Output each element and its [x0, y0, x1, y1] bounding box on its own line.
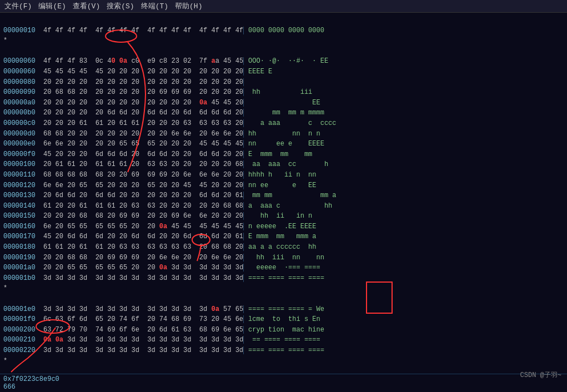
hex-line-c0: 000000c0 20 20 20 61 61 20 61 61 20 20 2… — [3, 119, 337, 127]
hex-line-110: 00000110 68 68 68 68 68 20 20 69 69 69 2… — [3, 171, 317, 179]
hex-line-f0: 000000f0 45 20 20 20 6d 6d 6d 20 6d 6d 2… — [3, 150, 312, 158]
hex-line-80: 00000080 20 20 20 20 20 20 20 20 20 20 2… — [3, 78, 248, 86]
hex-line-d0: 000000d0 68 68 20 20 20 20 20 20 20 20 6… — [3, 130, 320, 138]
menu-help[interactable]: 帮助(H) — [175, 1, 202, 11]
menu-view[interactable]: 查看(V) — [73, 1, 100, 11]
bottom-address: 0x7f0223c8e9c0 — [3, 375, 59, 383]
hex-line-1a0: 000001a0 20 20 65 65 65 65 65 20 20 0a 3… — [3, 264, 320, 272]
hex-line-60: 00000060 4f 4f 4f 83 0c 40 0a c0 e9 c8 2… — [3, 57, 328, 65]
hex-line-1f0: 000001f0 6c 63 6f 6d 65 20 74 6f 20 74 6… — [3, 315, 320, 323]
hex-line-60b: 00000060 45 45 45 45 45 20 20 20 20 20 2… — [3, 68, 272, 76]
hex-line-130: 00000130 20 6d 6d 20 6d 6d 20 20 20 20 2… — [3, 192, 337, 199]
star-3: * — [3, 357, 7, 365]
menubar: 文件(F) 编辑(E) 查看(V) 搜索(S) 终端(T) 帮助(H) — [0, 0, 567, 13]
hex-display: 00000010 4f 4f 4f 4f 4f 4f 4f 4f 4f 4f 4… — [0, 13, 567, 374]
hex-line-e0: 000000e0 6e 6e 20 20 20 20 65 65 65 20 2… — [3, 140, 324, 148]
hex-line-120: 00000120 6e 6e 20 65 65 20 20 20 65 20 2… — [3, 182, 317, 189]
hex-line-160: 00000160 6e 20 65 65 65 65 65 20 20 0a 4… — [3, 223, 317, 230]
hex-line-1e0: 000001e0 3d 3d 3d 3d 3d 3d 3d 3d 3d 3d 3… — [3, 305, 324, 313]
hex-line-1: 00000010 4f 4f 4f 4f 4f 4f 4f 4f 4f 4f 4… — [3, 27, 324, 34]
hex-line-100: 00000100 20 61 61 20 61 61 61 20 63 63 2… — [3, 160, 328, 168]
watermark-label: CSDN @子羽~ — [520, 370, 561, 380]
hex-line-a0: 000000a0 20 20 20 20 20 20 20 20 20 20 2… — [3, 99, 320, 107]
star-2: * — [3, 284, 7, 292]
hex-line-200: 00000200 63 72 79 70 74 69 6f 6e 20 6d 6… — [3, 326, 324, 334]
star-1: * — [3, 37, 7, 44]
hex-line-190: 00000190 20 20 68 68 20 69 69 69 20 6e 6… — [3, 254, 324, 262]
hex-line-170: 00000170 45 20 6d 6d 6d 20 20 6d 6d 20 2… — [3, 233, 317, 240]
hex-line-b0: 000000b0 20 20 20 20 20 6d 6d 20 6d 6d 2… — [3, 109, 324, 117]
hex-line-210: 00000210 0a 0a 3d 3d 3d 3d 3d 3d 3d 3d 3… — [3, 336, 320, 344]
menu-file[interactable]: 文件(F) — [4, 1, 32, 11]
hex-line-150: 00000150 20 20 20 68 68 20 69 69 20 20 6… — [3, 212, 312, 220]
bottom-status: 0x7f0223c8e9c0 666 — [0, 374, 567, 392]
menu-search[interactable]: 搜索(S) — [107, 1, 134, 11]
menu-edit[interactable]: 编辑(E) — [38, 1, 66, 11]
hex-line-180: 00000180 61 61 20 61 61 20 63 63 63 63 6… — [3, 243, 317, 251]
hex-line-220: 00000220 3d 3d 3d 3d 3d 3d 3d 3d 3d 3d 3… — [3, 346, 324, 354]
hex-line-90: 00000090 20 68 68 20 20 20 20 20 20 69 6… — [3, 88, 312, 96]
hex-line-1b0: 000001b0 3d 3d 3d 3d 3d 3d 3d 3d 3d 3d 3… — [3, 274, 324, 282]
menu-terminal[interactable]: 终端(T) — [141, 1, 168, 11]
bottom-value: 666 — [3, 383, 16, 391]
hex-line-140: 00000140 61 20 20 61 61 61 20 63 63 20 2… — [3, 202, 332, 210]
